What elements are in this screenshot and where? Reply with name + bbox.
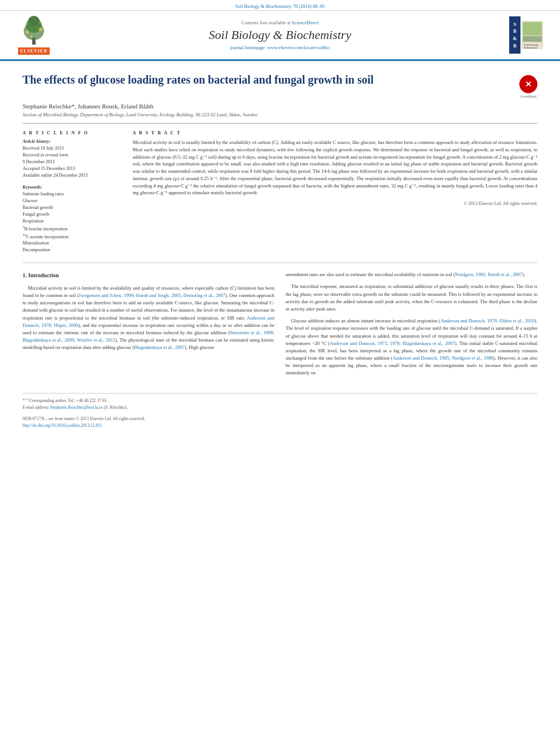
corresponding-author-note: * * Corresponding author. Tel.: +46 46 2… — [23, 398, 537, 403]
received-revised-label: Received in revised form — [23, 152, 121, 159]
introduction-section: 1. Introduction Microbial activity in so… — [23, 271, 537, 381]
contents-link: Contents lists available at ScienceDirec… — [56, 20, 504, 25]
journal-cover-icon: Soil Biology & Biochem. — [522, 21, 543, 49]
svg-rect-8 — [523, 22, 542, 36]
received-revised-date: 9 December 2013 — [23, 159, 121, 165]
ref-blagodatskaya[interactable]: Blagodatskaya et al., 2007 — [134, 344, 185, 350]
keywords-section: Keywords: Substrate loading rates Glucos… — [23, 185, 121, 254]
accepted-date: Accepted 15 December 2013 — [23, 165, 121, 172]
journal-name: Soil Biology & Biochemistry — [56, 28, 504, 42]
intro-col2-para2: The microbial response, measured as resp… — [286, 283, 537, 313]
svg-text:& Biochem.: & Biochem. — [524, 46, 537, 49]
abstract-section: A B S T R A C T Microbial activity in so… — [133, 130, 537, 254]
section-divider — [23, 263, 537, 263]
keyword-4: Fungal growth — [23, 211, 121, 218]
affiliation-line: Section of Microbial Biology, Department… — [23, 112, 537, 124]
elsevier-tree-icon — [17, 15, 51, 46]
intro-col2-para1: amendment rates are also used to estimat… — [286, 271, 537, 278]
sciencedirect-link[interactable]: ScienceDirect — [292, 20, 319, 25]
homepage-link[interactable]: journal homepage: www.elsevier.com/locat… — [230, 45, 330, 50]
journal-homepage: journal homepage: www.elsevier.com/locat… — [56, 45, 504, 50]
email-link[interactable]: Stephanie.Reischke@biol.lu.se — [50, 405, 103, 410]
keyword-3: Bacterial growth — [23, 204, 121, 211]
svg-point-4 — [25, 30, 29, 34]
keyword-8: Mineralisation — [23, 240, 121, 247]
received-date: Received 19 July 2013 — [23, 145, 121, 152]
available-date: Available online 24 December 2013 — [23, 172, 121, 179]
svg-rect-9 — [523, 36, 542, 42]
copyright-line: © 2013 Elsevier Ltd. All rights reserved… — [133, 201, 537, 206]
email-note: E-mail address: Stephanie.Reischke@biol.… — [23, 405, 537, 410]
journal-citation: Soil Biology & Biochemistry 70 (2014) 88… — [235, 3, 325, 9]
crossmark-icon: ✕ — [519, 75, 537, 93]
journal-logo-right: SB&B Soil Biology & Biochem. — [504, 16, 549, 54]
intro-col2-para3: Glucose addition induces an almost insta… — [286, 317, 537, 377]
abstract-heading: A B S T R A C T — [133, 130, 537, 136]
keyword-7: 14C-acetate incorporation — [23, 233, 121, 241]
keyword-2: Glucose — [23, 198, 121, 204]
keywords-label: Keywords: — [23, 185, 121, 190]
article-footer: * * Corresponding author. Tel.: +46 46 2… — [23, 393, 537, 428]
intro-col-1: 1. Introduction Microbial activity in so… — [23, 271, 274, 381]
article-history-label: Article history: — [23, 139, 121, 144]
journal-header: ELSEVIER Contents lists available at Sci… — [0, 11, 560, 61]
keyword-1: Substrate loading rates — [23, 191, 121, 198]
crossmark-badge: ✕ CrossMark — [519, 75, 537, 98]
journal-title-area: Contents lists available at ScienceDirec… — [56, 20, 504, 50]
journal-citation-bar: Soil Biology & Biochemistry 70 (2014) 88… — [0, 0, 560, 11]
ref-stenstrom[interactable]: Stenström et al., 1998; Blagodatskaya et… — [23, 330, 274, 343]
elsevier-wordmark: ELSEVIER — [18, 47, 50, 55]
elsevier-logo: ELSEVIER — [11, 15, 56, 55]
article-body: A R T I C L E I N F O Article history: R… — [23, 130, 537, 254]
ref-joergensen[interactable]: Joergensen and Scheu, 1999; Ilstedt and … — [79, 292, 226, 298]
svg-point-5 — [39, 28, 42, 31]
keyword-9: Decomposition — [23, 247, 121, 254]
intro-heading: 1. Introduction — [23, 271, 274, 280]
svg-point-6 — [30, 36, 32, 38]
article-content: The effects of glucose loading rates on … — [0, 61, 560, 441]
ref-nordgren[interactable]: Nordgren, 1992; Ilstedt et al., 2007 — [455, 272, 522, 277]
svg-point-3 — [28, 16, 40, 26]
authors-line: Stephanie Reischke*, Johannes Rousk, Erl… — [23, 103, 537, 110]
ref-anderson1[interactable]: Anderson and Domsch, 1978; Höper, 2006 — [23, 315, 274, 328]
ref-anderson4[interactable]: Anderson and Domsch, 1985; Nordgren et a… — [392, 355, 493, 361]
ref-anderson3[interactable]: Anderson and Domsch, 1973, 1978; Blagoda… — [330, 340, 455, 346]
issn-note: 0038-0717/$ – see front matter © 2013 El… — [23, 416, 537, 421]
article-title: The effects of glucose loading rates on … — [23, 72, 514, 87]
article-info-section: A R T I C L E I N F O Article history: R… — [23, 130, 121, 254]
intro-para-1: Microbial activity in soil is limited by… — [23, 285, 274, 352]
ref-anderson2[interactable]: Anderson and Domsch, 1978; Ehlers et al.… — [440, 318, 535, 324]
intro-col-2: amendment rates are also used to estimat… — [286, 271, 537, 381]
sb-logo-box: SB&B — [509, 16, 520, 54]
article-info-heading: A R T I C L E I N F O — [23, 130, 121, 136]
abstract-text: Microbial activity in soil is usually li… — [133, 139, 537, 196]
keyword-6: 3H-leucine incorporation — [23, 225, 121, 233]
keyword-5: Respiration — [23, 218, 121, 225]
doi-note: http://dx.doi.org/10.1016/j.soilbio.2013… — [23, 423, 537, 428]
doi-link[interactable]: http://dx.doi.org/10.1016/j.soilbio.2013… — [23, 423, 102, 428]
